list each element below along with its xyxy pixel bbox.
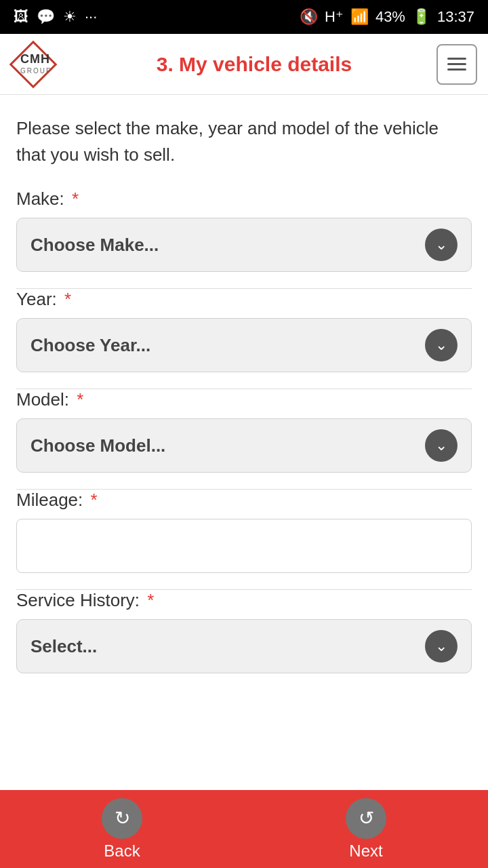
- menu-button[interactable]: [436, 44, 477, 85]
- make-label: Make: *: [16, 189, 472, 210]
- service-history-dropdown-label: Select...: [30, 636, 97, 657]
- service-history-field-group: Service History: * Select... ⌄: [16, 590, 472, 673]
- model-required-star: *: [72, 389, 83, 410]
- make-dropdown[interactable]: Choose Make... ⌄: [16, 218, 472, 272]
- mileage-input[interactable]: [16, 519, 472, 573]
- hamburger-icon: [447, 58, 466, 71]
- battery-icon: 🔋: [412, 8, 430, 26]
- next-label: Next: [349, 842, 382, 861]
- make-chevron-icon: ⌄: [425, 229, 458, 261]
- year-chevron-icon: ⌄: [425, 329, 458, 361]
- status-bar-left-icons: 🖼 💬 ☀ ···: [14, 8, 97, 26]
- service-history-required-star: *: [142, 590, 154, 610]
- mileage-field-group: Mileage: *: [16, 490, 472, 573]
- year-required-star: *: [60, 289, 71, 309]
- ellipsis-icon: ···: [85, 8, 97, 26]
- year-dropdown[interactable]: Choose Year... ⌄: [16, 318, 472, 372]
- bottom-nav: ↻ Back ↺ Next: [0, 790, 488, 868]
- mileage-required-star: *: [85, 490, 97, 510]
- model-chevron-icon: ⌄: [425, 429, 458, 462]
- network-icon: H⁺: [325, 8, 344, 26]
- signal-icon: 📶: [350, 8, 369, 26]
- brightness-icon: ☀: [63, 8, 77, 26]
- back-button[interactable]: ↻ Back: [0, 798, 244, 861]
- year-dropdown-label: Choose Year...: [30, 335, 150, 356]
- volume-off-icon: 🔇: [300, 8, 318, 26]
- logo-group-text: GROUP: [20, 67, 52, 75]
- main-content: Please select the make, year and model o…: [0, 95, 488, 790]
- mileage-label: Mileage: *: [16, 490, 472, 511]
- year-label: Year: *: [16, 289, 472, 310]
- instruction-text: Please select the make, year and model o…: [16, 115, 472, 168]
- next-button[interactable]: ↺ Next: [244, 798, 488, 861]
- battery-percentage: 43%: [375, 8, 405, 26]
- logo-box: CMH GROUP: [11, 44, 72, 85]
- model-dropdown[interactable]: Choose Model... ⌄: [16, 418, 472, 473]
- service-history-chevron-icon: ⌄: [425, 630, 458, 663]
- chat-icon: 💬: [37, 8, 55, 26]
- model-field-group: Model: * Choose Model... ⌄: [16, 389, 472, 473]
- make-dropdown-label: Choose Make...: [30, 235, 159, 256]
- logo: CMH GROUP: [11, 44, 72, 85]
- app-header: CMH GROUP 3. My vehicle details: [0, 34, 488, 95]
- image-icon: 🖼: [14, 8, 28, 26]
- service-history-dropdown[interactable]: Select... ⌄: [16, 619, 472, 673]
- make-required-star: *: [67, 189, 79, 209]
- make-field-group: Make: * Choose Make... ⌄: [16, 189, 472, 272]
- next-icon: ↺: [346, 798, 386, 839]
- back-label: Back: [104, 842, 140, 861]
- model-dropdown-label: Choose Model...: [30, 435, 165, 456]
- logo-cmh-text: CMH: [20, 52, 50, 66]
- model-label: Model: *: [16, 389, 472, 410]
- back-icon: ↻: [102, 798, 142, 839]
- year-field-group: Year: * Choose Year... ⌄: [16, 289, 472, 372]
- service-history-label: Service History: *: [16, 590, 472, 611]
- status-bar: 🖼 💬 ☀ ··· 🔇 H⁺ 📶 43% 🔋 13:37: [0, 0, 488, 34]
- status-bar-right-icons: 🔇 H⁺ 📶 43% 🔋 13:37: [300, 8, 474, 26]
- clock: 13:37: [437, 8, 474, 26]
- page-title: 3. My vehicle details: [72, 53, 436, 76]
